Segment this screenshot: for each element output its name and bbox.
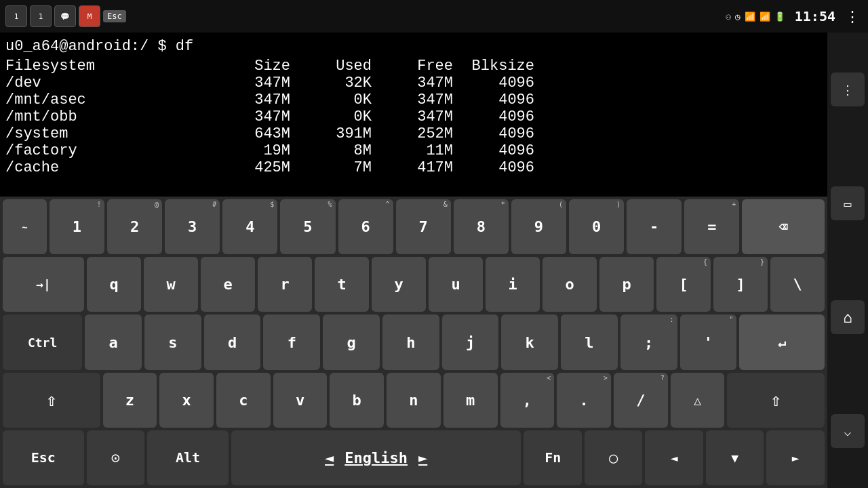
key-minus[interactable]: - <box>627 199 682 254</box>
key-fn[interactable]: Fn <box>524 430 582 485</box>
key-2[interactable]: @2 <box>107 199 162 254</box>
terminal-output: Filesystem Size Used Free Blksize /dev34… <box>5 58 863 176</box>
key-v[interactable]: v <box>273 373 328 428</box>
key-7[interactable]: &7 <box>396 199 451 254</box>
key-tilde[interactable]: ~ <box>3 199 47 254</box>
key-shift-left[interactable]: ⇧ <box>3 373 100 428</box>
terminal: u0_a64@android:/ $ df Filesystem Size Us… <box>0 33 868 203</box>
key-i[interactable]: i <box>486 257 540 312</box>
key-backslash[interactable]: \ <box>770 257 825 312</box>
key-equals[interactable]: += <box>684 199 739 254</box>
key-0[interactable]: )0 <box>569 199 624 254</box>
app-icon-1[interactable]: 1 <box>5 5 27 27</box>
key-x[interactable]: x <box>159 373 214 428</box>
key-enter[interactable]: ↵ <box>739 314 825 369</box>
key-j[interactable]: j <box>442 314 499 369</box>
terminal-prompt: u0_a64@android:/ $ df <box>5 38 863 55</box>
key-5[interactable]: %5 <box>280 199 335 254</box>
key-l[interactable]: l <box>561 314 618 369</box>
key-s[interactable]: s <box>144 314 201 369</box>
key-slash[interactable]: ?/ <box>614 373 668 428</box>
status-icons: ⚇ ◷ 📶 📶 🔋 11:54 ⋮ <box>726 8 860 25</box>
key-z[interactable]: z <box>103 373 157 428</box>
home-button[interactable]: ⌂ <box>831 300 865 334</box>
key-alt[interactable]: Alt <box>147 430 229 485</box>
key-b[interactable]: b <box>330 373 384 428</box>
key-apostrophe[interactable]: "' <box>680 314 737 369</box>
lang-label: English <box>344 449 408 466</box>
key-u[interactable]: u <box>429 257 483 312</box>
key-a[interactable]: a <box>85 314 142 369</box>
keyboard-row-numbers: ~ !1 @2 #3 $4 %5 ^6 &7 *8 (9 )0 - += ⌫ <box>3 199 825 254</box>
key-t[interactable]: t <box>315 257 369 312</box>
lang-prev-icon[interactable]: ◄ <box>325 449 334 466</box>
battery-icon: 🔋 <box>774 12 785 22</box>
key-6[interactable]: ^6 <box>338 199 393 254</box>
key-3[interactable]: #3 <box>165 199 220 254</box>
right-nav: ⋮ ▭ ⌂ ⌵ <box>827 33 868 488</box>
wifi-icon: 📶 <box>745 12 755 22</box>
key-ctrl[interactable]: Ctrl <box>3 314 82 369</box>
key-esc[interactable]: Esc <box>3 430 84 485</box>
alarm-icon: ◷ <box>735 12 741 22</box>
back-button[interactable]: ⌵ <box>831 414 865 448</box>
keyboard-row-asdf: Ctrl a s d f g h j k l :; "' ↵ <box>3 314 825 369</box>
key-g[interactable]: g <box>323 314 380 369</box>
esc-badge[interactable]: Esc <box>103 10 126 22</box>
key-q[interactable]: q <box>87 257 141 312</box>
status-left-icons: 1 1 💬 M Esc <box>5 5 126 27</box>
key-k[interactable]: k <box>501 314 558 369</box>
key-left[interactable]: ◄ <box>645 430 703 485</box>
status-time: 11:54 <box>795 8 835 24</box>
key-home[interactable]: ○ <box>585 430 643 485</box>
key-up[interactable]: △ <box>671 373 725 428</box>
key-9[interactable]: (9 <box>511 199 566 254</box>
key-y[interactable]: y <box>372 257 426 312</box>
lang-next-icon[interactable]: ► <box>418 449 427 466</box>
key-p[interactable]: p <box>599 257 654 312</box>
menu-button[interactable]: ⋮ <box>831 73 865 106</box>
key-bracket-close[interactable]: }] <box>713 257 768 312</box>
key-1[interactable]: !1 <box>50 199 104 254</box>
key-w[interactable]: w <box>144 257 198 312</box>
key-m[interactable]: m <box>443 373 498 428</box>
key-r[interactable]: r <box>258 257 312 312</box>
key-semicolon[interactable]: :; <box>620 314 677 369</box>
key-comma[interactable]: <, <box>500 373 555 428</box>
key-backspace[interactable]: ⌫ <box>742 199 825 254</box>
gmail-icon[interactable]: M <box>79 5 100 27</box>
more-icon[interactable]: ⋮ <box>845 8 860 25</box>
key-down[interactable]: ▼ <box>706 430 764 485</box>
keyboard-row-bottom: Esc ⊙ Alt ◄ English ► Fn ○ ◄ ▼ ► <box>3 430 825 485</box>
key-8[interactable]: *8 <box>454 199 509 254</box>
chat-icon[interactable]: 💬 <box>54 5 76 27</box>
key-settings[interactable]: ⊙ <box>87 430 145 485</box>
keyboard: ~ !1 @2 #3 $4 %5 ^6 &7 *8 (9 )0 - += ⌫ →… <box>0 197 827 488</box>
bluetooth-icon: ⚇ <box>726 12 731 22</box>
status-bar: 1 1 💬 M Esc ⚇ ◷ 📶 📶 🔋 11:54 ⋮ <box>0 0 868 33</box>
key-shift-right[interactable]: ⇧ <box>727 373 825 428</box>
key-period[interactable]: >. <box>557 373 611 428</box>
key-bracket-open[interactable]: {[ <box>656 257 711 312</box>
key-tab[interactable]: →| <box>3 257 84 312</box>
key-o[interactable]: o <box>542 257 597 312</box>
key-f[interactable]: f <box>263 314 320 369</box>
key-e[interactable]: e <box>201 257 255 312</box>
key-h[interactable]: h <box>382 314 439 369</box>
key-d[interactable]: d <box>204 314 261 369</box>
key-right[interactable]: ► <box>766 430 825 485</box>
keyboard-row-zxcv: ⇧ z x c v b n m <, >. ?/ △ ⇧ <box>3 373 825 428</box>
key-n[interactable]: n <box>387 373 441 428</box>
keyboard-row-qwerty: →| q w e r t y u i o p {[ }] \ <box>3 257 825 312</box>
key-4[interactable]: $4 <box>222 199 277 254</box>
signal-icon: 📶 <box>760 12 770 22</box>
app-icon-2[interactable]: 1 <box>30 5 52 27</box>
key-language[interactable]: ◄ English ► <box>231 430 521 485</box>
window-button[interactable]: ▭ <box>831 186 865 220</box>
key-c[interactable]: c <box>216 373 271 428</box>
